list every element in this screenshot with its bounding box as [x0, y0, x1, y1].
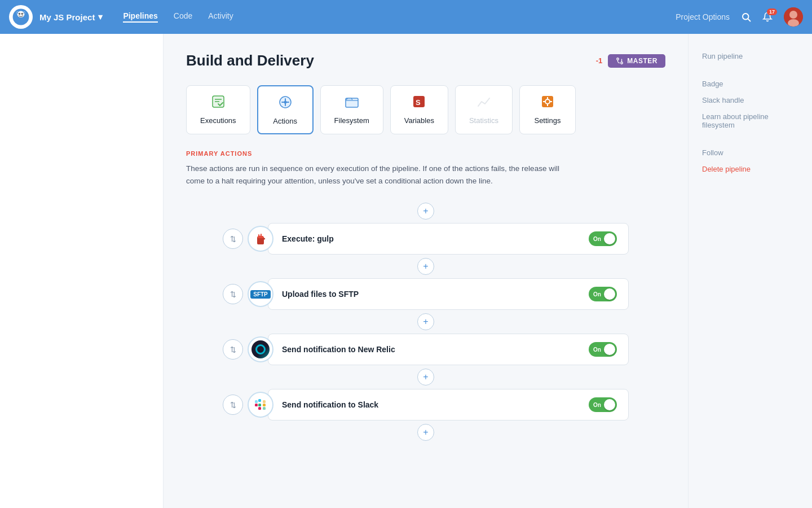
action-row-2: ⇅ Send notification to New Relic On [223, 334, 629, 365]
app-logo [9, 5, 33, 29]
nav-pipelines[interactable]: Pipelines [123, 11, 157, 23]
actions-icon [277, 94, 293, 113]
drag-handle-3[interactable]: ⇅ [223, 395, 243, 415]
sidebar-left [0, 34, 164, 508]
topnav: My JS Project ▾ Pipelines Code Activity … [0, 0, 812, 34]
toggle-0[interactable]: On [589, 231, 617, 246]
add-action-btn-3[interactable]: + [417, 369, 434, 386]
action-card-3[interactable]: Send notification to Slack On [268, 389, 629, 421]
badge-link[interactable]: Badge [702, 80, 798, 88]
nav-links: Pipelines Code Activity [123, 11, 676, 23]
tab-settings[interactable]: Settings [519, 85, 576, 134]
learn-pipeline-link[interactable]: Learn about pipeline filesystem [702, 112, 798, 129]
action-card-1[interactable]: Upload files to SFTP On [268, 278, 629, 310]
svg-rect-39 [263, 407, 266, 410]
add-middle-1: + [223, 258, 629, 275]
add-bottom: + [223, 424, 629, 441]
nav-code[interactable]: Code [174, 11, 192, 23]
svg-rect-6 [17, 11, 18, 14]
main-content: Build and Delivery -1 MASTER Executions [164, 34, 688, 508]
page-header: Build and Delivery -1 MASTER [186, 52, 665, 69]
toggle-1[interactable]: On [589, 287, 617, 301]
primary-actions-section: PRIMARY ACTIONS These actions are run in… [186, 150, 665, 441]
avatar[interactable] [784, 7, 803, 27]
action-list: + ⇅ [186, 203, 665, 441]
svg-rect-31 [261, 234, 262, 237]
action-card-2[interactable]: Send notification to New Relic On [268, 334, 629, 365]
run-pipeline-link[interactable]: Run pipeline [702, 52, 798, 60]
action-card-0[interactable]: Execute: gulp On [268, 223, 629, 255]
tab-filesystem-label: Filesystem [334, 116, 369, 125]
nav-activity[interactable]: Activity [208, 11, 233, 23]
add-top: + [223, 203, 629, 220]
svg-point-17 [284, 101, 286, 104]
toggle-2[interactable]: On [589, 342, 617, 357]
svg-rect-35 [263, 404, 266, 406]
statistics-icon [476, 94, 492, 113]
toggle-label-1: On [593, 291, 601, 297]
action-icon-slack [248, 392, 273, 418]
action-name-3: Send notification to Slack [282, 400, 378, 409]
svg-rect-32 [255, 404, 258, 406]
toggle-knob-3 [604, 399, 615, 410]
action-row-1: ⇅ SFTP Upload files to SFTP On [223, 278, 629, 310]
branch-badge[interactable]: MASTER [608, 54, 665, 68]
project-name[interactable]: My JS Project ▾ [39, 12, 103, 22]
action-row-3: ⇅ [223, 389, 629, 421]
notifications-icon[interactable]: 17 [762, 12, 773, 22]
branch-badge-wrap: -1 MASTER [596, 54, 665, 68]
svg-point-11 [617, 58, 619, 60]
action-name-2: Send notification to New Relic [282, 345, 395, 354]
tab-actions[interactable]: Actions [257, 85, 314, 134]
toggle-label-3: On [593, 402, 601, 408]
add-action-btn-1[interactable]: + [417, 258, 434, 275]
section-description: These actions are run in sequence on eve… [186, 163, 570, 187]
sftp-badge: SFTP [250, 290, 271, 299]
search-icon[interactable] [741, 12, 751, 22]
svg-point-10 [621, 62, 623, 64]
tabs: Executions Actions Filesystem S [186, 85, 665, 134]
tab-executions[interactable]: Executions [186, 85, 250, 134]
settings-icon [540, 94, 555, 113]
tab-settings-label: Settings [534, 116, 561, 125]
action-name-1: Upload files to SFTP [282, 290, 359, 299]
page-wrap: Build and Delivery -1 MASTER Executions [0, 0, 812, 508]
dropdown-icon: ▾ [98, 12, 103, 22]
topnav-right: Project Options 17 [676, 7, 803, 27]
project-options-link[interactable]: Project Options [676, 12, 730, 21]
variables-icon: S [411, 94, 427, 113]
tab-filesystem[interactable]: Filesystem [320, 85, 383, 134]
slack-handle-link[interactable]: Slack handle [702, 96, 798, 104]
action-icon-newrelic [248, 336, 273, 362]
svg-text:S: S [416, 98, 421, 107]
svg-rect-38 [263, 400, 266, 403]
follow-link[interactable]: Follow [702, 148, 798, 157]
drag-handle-0[interactable]: ⇅ [223, 229, 243, 249]
svg-rect-33 [258, 399, 261, 402]
toggle-label-2: On [593, 347, 601, 353]
tab-executions-label: Executions [200, 116, 236, 125]
svg-rect-34 [258, 404, 261, 406]
tab-statistics[interactable]: Statistics [455, 85, 513, 134]
filesystem-icon [344, 94, 360, 113]
branch-label: MASTER [627, 57, 657, 65]
action-name-0: Execute: gulp [282, 234, 334, 243]
drag-handle-2[interactable]: ⇅ [223, 339, 243, 360]
toggle-label-0: On [593, 236, 601, 242]
svg-line-9 [748, 19, 750, 21]
add-action-btn-bottom[interactable]: + [417, 424, 434, 441]
add-action-btn-2[interactable]: + [417, 313, 434, 330]
drag-handle-1[interactable]: ⇅ [223, 284, 243, 304]
svg-rect-7 [24, 11, 25, 14]
tab-variables[interactable]: S Variables [390, 85, 448, 134]
tab-variables-label: Variables [404, 116, 434, 125]
svg-point-4 [19, 14, 20, 14]
add-action-btn-0[interactable]: + [417, 203, 434, 220]
svg-rect-36 [258, 407, 261, 410]
delete-pipeline-link[interactable]: Delete pipeline [702, 165, 798, 173]
toggle-knob-0 [604, 233, 615, 244]
toggle-3[interactable]: On [589, 397, 617, 412]
action-icon-gulp [248, 226, 273, 252]
sidebar-right: Run pipeline Badge Slack handle Learn ab… [688, 34, 812, 508]
action-row-0: ⇅ Execute: gulp [223, 223, 629, 255]
